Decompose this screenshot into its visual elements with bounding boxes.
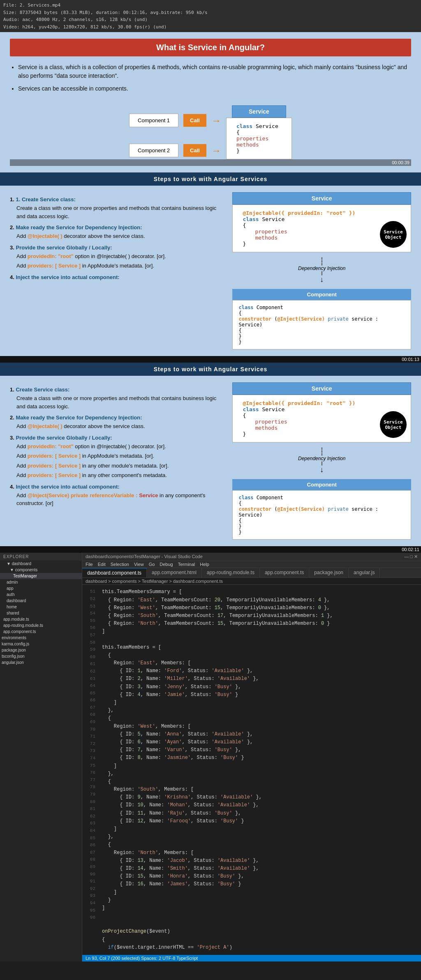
tab-dashboard[interactable]: dashboard.component.ts — [82, 568, 147, 577]
dep-label-1: Dependency Injection — [298, 265, 345, 271]
timestamp-1: 00:00:39 — [10, 159, 411, 166]
dep-label-2: Dependency Injection — [298, 456, 345, 461]
info-bar: File: 2. Services.mp4 Size: 87375043 byt… — [0, 0, 421, 32]
sidebar-item-environments[interactable]: environments — [0, 635, 82, 641]
slide-1-bullets: Service is a class, which is a collectio… — [10, 63, 411, 93]
sidebar-item-app-module[interactable]: app.module.ts — [0, 616, 82, 622]
dep-inj-col-1: Dependency Injection ↓ — [232, 257, 411, 284]
steps-slide-1: 1. 1. Create Service class: Create a cla… — [0, 186, 421, 356]
service-object-1: ServiceObject — [380, 221, 407, 248]
sidebar-item-shared[interactable]: shared — [0, 610, 82, 616]
video-info: Video: h264, yuv420p, 1280x720, 812 kb/s… — [3, 23, 418, 31]
sidebar-item-angular[interactable]: angular.json — [0, 659, 82, 666]
vscode-menubar[interactable]: File Edit Selection View Go Debug Termin… — [82, 561, 421, 568]
step3-title-2: 3. Provide the service Globally / Locall… — [10, 435, 224, 441]
menu-view[interactable]: View — [134, 562, 144, 567]
step3-highlight: Provide the service Globally / Locally: — [16, 244, 112, 251]
dashed-line-2b — [322, 461, 322, 466]
injectable-highlight: @Injectable( ) — [28, 233, 62, 239]
tab-angular[interactable]: angular.js — [349, 568, 380, 577]
b11: } — [238, 524, 241, 529]
sidebar-item-karma[interactable]: karma.config.js — [0, 641, 82, 647]
menu-go[interactable]: Go — [149, 562, 155, 567]
step2-title-2: 2. Make ready the Service for Dependency… — [10, 414, 224, 421]
service-body-diag2: @Injectable({ providedIn: "root" }) clas… — [232, 395, 411, 442]
step1-bullet: Create a class with one or more properti… — [16, 204, 224, 220]
section-header-2: Steps to work with Angular Services — [0, 363, 421, 376]
sidebar-item-app[interactable]: app — [0, 585, 82, 591]
arrow1: → — [211, 115, 221, 126]
menu-file[interactable]: File — [86, 562, 93, 567]
dashed-line-2 — [322, 447, 322, 456]
audio-info: Audio: aac, 48000 Hz, 2 channels, s16, 1… — [3, 16, 418, 23]
component-row-1: Component 1 Call → — [129, 114, 221, 127]
sidebar-item-app-routing[interactable]: app-routing.module.ts — [0, 622, 82, 629]
bullet-2: Services can be accessible in components… — [18, 84, 411, 93]
injectable-decorator: @Injectable({ providedIn: "root" }) — [243, 210, 355, 216]
sidebar-item-admin[interactable]: admin — [0, 579, 82, 585]
providers-highlight: providers: [ Service ] — [28, 263, 81, 269]
step2-b2: Add @Injectable( ) decorator above the s… — [16, 422, 224, 431]
class-keyword: class — [236, 123, 256, 129]
menu-edit[interactable]: Edit — [98, 562, 106, 567]
service-header-diag1: Service — [232, 192, 411, 205]
b10: { — [238, 518, 241, 524]
prop1: properties — [255, 228, 287, 235]
b8: } — [243, 431, 246, 437]
menu-selection[interactable]: Selection — [111, 562, 129, 567]
b5: } — [238, 333, 241, 339]
down-arrow-2: ↓ — [320, 466, 324, 474]
down-arrow-1: ↓ — [320, 275, 324, 284]
tab-package[interactable]: package.json — [309, 568, 349, 577]
step4-title-2: 4. Inject the service into actual compon… — [10, 484, 224, 490]
class-kw2: class — [238, 305, 256, 310]
step4-b2: Add @Inject(Service) private referenceVa… — [16, 491, 224, 507]
sidebar-item-auth[interactable]: auth — [0, 591, 82, 598]
vscode-titlebar: dashboard\components\TestManager - Visua… — [82, 553, 421, 561]
meth1: methods — [255, 235, 278, 241]
timestamp-2: 00:01:13 — [0, 356, 421, 363]
step4-title: 4. Inject the service into actual compon… — [10, 274, 224, 280]
step2-title: 2. Make ready the Service for Dependency… — [10, 224, 224, 230]
prov2: providers: [ Service ] — [28, 453, 81, 459]
class-kw1: class — [243, 216, 262, 222]
prop2: properties — [255, 419, 287, 425]
step4-h2: Inject the service into actual component… — [16, 484, 119, 490]
status-text: Ln 93, Col 7 (200 selected) Spaces: 2 UT… — [86, 956, 198, 961]
step3-b3-2: Add providers: [ Service ] in any other … — [16, 462, 224, 470]
comp-body-2: class Component { constructor (@Inject(S… — [232, 490, 411, 540]
code-editor[interactable]: 51525354555657585960 6162636465666768697… — [82, 585, 421, 955]
comp-name2: Component — [257, 495, 283, 500]
dashed-line-1b — [322, 271, 322, 275]
tab-routing[interactable]: app-routing.module.ts — [202, 568, 260, 577]
code-content: this.TeamMembersSummary = [ { Region: 'E… — [99, 588, 421, 952]
menu-help[interactable]: Help — [200, 562, 209, 567]
brace-close: } — [236, 148, 240, 154]
arrow2: → — [211, 145, 221, 156]
svc-name2: Service — [262, 406, 285, 412]
slide-1-diagram: Component 1 Call → Component 2 Call → Se… — [10, 97, 411, 159]
menu-terminal[interactable]: Terminal — [178, 562, 195, 567]
step1-b2: Create a class with one or more properti… — [16, 394, 224, 410]
sidebar-item-app-comp[interactable]: app.component.ts — [0, 629, 82, 635]
sidebar-item-home[interactable]: home — [0, 604, 82, 610]
tab-app-html[interactable]: app.component.html — [147, 568, 202, 577]
inj2: @Injectable( ) — [28, 423, 62, 429]
b1: { — [243, 222, 246, 228]
service-header-diag2: Service — [232, 382, 411, 395]
methods-label: methods — [236, 142, 259, 148]
steps-left-1: 1. 1. Create Service class: Create a cla… — [10, 192, 224, 349]
step1-title-2: 1. Create Service class: — [10, 386, 224, 393]
sidebar-item-components[interactable]: ▼ components — [0, 567, 82, 573]
menu-debug[interactable]: Debug — [160, 562, 173, 567]
steps-left-2: 1. Create Service class: Create a class … — [10, 382, 224, 540]
slide-1-text: Service is a class, which is a collectio… — [10, 63, 411, 97]
sidebar-item-dashboard[interactable]: ▼ dashboard — [0, 561, 82, 567]
sidebar-item-testmanager[interactable]: TestManager — [0, 573, 82, 579]
service-diag-2: Service @Injectable({ providedIn: "root"… — [232, 382, 411, 442]
sidebar-item-dashboard2[interactable]: dashboard — [0, 598, 82, 604]
line-numbers: 51525354555657585960 6162636465666768697… — [82, 588, 99, 952]
sidebar-item-package[interactable]: package.json — [0, 647, 82, 653]
tab-app-ts[interactable]: app.component.ts — [260, 568, 309, 577]
sidebar-item-tsconfig[interactable]: tsconfig.json — [0, 653, 82, 659]
